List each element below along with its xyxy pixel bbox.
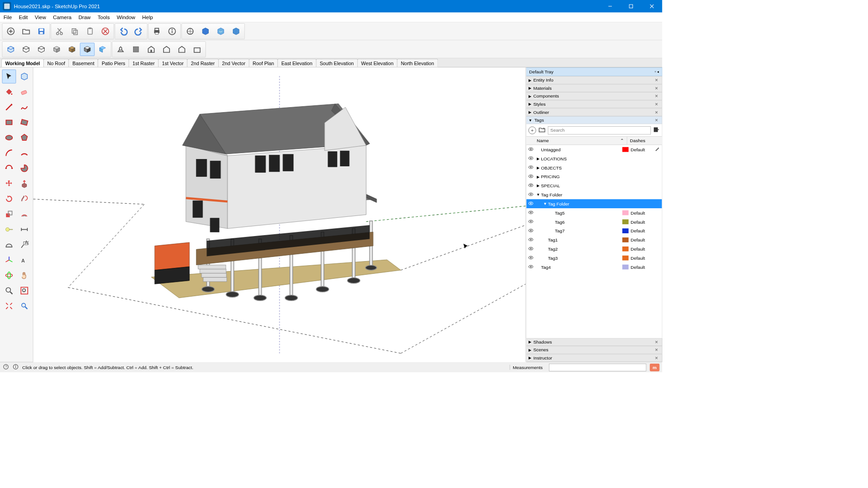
menu-view[interactable]: View bbox=[31, 12, 50, 22]
tags-panel-header[interactable]: ▼ Tags ✕ bbox=[526, 116, 662, 124]
close-panel-icon[interactable]: ✕ bbox=[653, 110, 660, 115]
copy-button[interactable] bbox=[67, 25, 82, 38]
expand-arrow[interactable]: ▼ bbox=[535, 202, 548, 206]
zoom-window-tool[interactable] bbox=[17, 284, 31, 298]
viewport-3d[interactable] bbox=[33, 67, 526, 362]
visibility-toggle[interactable] bbox=[526, 173, 535, 180]
tag-color-swatch[interactable] bbox=[622, 237, 629, 242]
tag-row[interactable]: ▶PRICING bbox=[526, 172, 662, 181]
scene-tab[interactable]: 1st Vector bbox=[158, 59, 187, 67]
style-shaded-button[interactable] bbox=[49, 42, 64, 56]
visibility-toggle[interactable] bbox=[526, 155, 535, 162]
style-hidden-button[interactable] bbox=[34, 42, 49, 56]
rotated-rect-tool[interactable] bbox=[17, 115, 31, 129]
info-icon[interactable] bbox=[12, 364, 19, 371]
axes-tool[interactable] bbox=[2, 253, 16, 267]
scene-tab[interactable]: 1st Raster bbox=[128, 59, 158, 67]
scene-tab[interactable]: Patio Piers bbox=[98, 59, 129, 67]
save-button[interactable] bbox=[34, 25, 49, 38]
tag-row[interactable]: UntaggedDefault bbox=[526, 145, 662, 154]
tag-row[interactable]: Tag1Default bbox=[526, 236, 662, 245]
tags-column-name[interactable]: Name ⌃ bbox=[526, 137, 627, 145]
3point-arc-tool[interactable] bbox=[2, 161, 16, 175]
redo-button[interactable] bbox=[131, 25, 146, 38]
paste-button[interactable] bbox=[83, 25, 98, 38]
tag-color-swatch[interactable] bbox=[622, 247, 629, 252]
tags-search-input[interactable] bbox=[548, 126, 651, 134]
visibility-toggle[interactable] bbox=[526, 255, 535, 261]
orbit-tool[interactable] bbox=[2, 268, 16, 283]
maximize-button[interactable] bbox=[621, 0, 642, 12]
tray-pin-icon[interactable]: ▫ ◂ bbox=[655, 70, 659, 74]
add-tag-button[interactable]: + bbox=[529, 126, 536, 134]
visibility-toggle[interactable] bbox=[526, 227, 535, 234]
visibility-toggle[interactable] bbox=[526, 264, 535, 270]
2point-arc-tool[interactable] bbox=[17, 146, 31, 160]
tape-tool[interactable] bbox=[2, 222, 16, 236]
visibility-toggle[interactable] bbox=[526, 246, 535, 252]
eraser-tool[interactable] bbox=[17, 85, 31, 99]
close-panel-icon[interactable]: ✕ bbox=[653, 118, 660, 123]
menu-window[interactable]: Window bbox=[113, 12, 139, 22]
undo-button[interactable] bbox=[116, 25, 131, 38]
print-button[interactable] bbox=[149, 25, 164, 38]
move-tool[interactable] bbox=[2, 177, 16, 191]
tags-menu-button[interactable] bbox=[653, 126, 660, 134]
line-tool[interactable] bbox=[2, 100, 16, 114]
style-wireframe-button[interactable] bbox=[19, 42, 33, 56]
tag-row[interactable]: ▼Tag Folder bbox=[526, 190, 662, 199]
tray-panel-scenes[interactable]: ▶Scenes✕ bbox=[526, 346, 662, 354]
arc-tool[interactable] bbox=[2, 146, 16, 160]
tag-row[interactable]: ▶OBJECTS bbox=[526, 163, 662, 172]
tray-panel-materials[interactable]: ▶Materials✕ bbox=[526, 84, 662, 92]
tag-row[interactable]: Tag3Default bbox=[526, 253, 662, 262]
rotate-tool[interactable] bbox=[2, 192, 16, 206]
pan-tool[interactable] bbox=[17, 268, 31, 283]
scene-tab[interactable]: No Roof bbox=[43, 59, 69, 67]
make-component-tool[interactable] bbox=[17, 70, 31, 84]
dimension-tool[interactable] bbox=[17, 222, 31, 236]
zoom-extents-tool[interactable] bbox=[2, 299, 16, 313]
scene-tab[interactable]: South Elevation bbox=[316, 59, 358, 67]
scene-tab[interactable]: East Elevation bbox=[277, 59, 316, 67]
tag-color-swatch[interactable] bbox=[622, 219, 629, 224]
close-button[interactable] bbox=[642, 0, 663, 12]
menu-draw[interactable]: Draw bbox=[75, 12, 94, 22]
tag-row[interactable]: ▼Tag Folder bbox=[526, 199, 662, 208]
style-xray-button[interactable] bbox=[4, 42, 18, 56]
tray-panel-outliner[interactable]: ▶Outliner✕ bbox=[526, 108, 662, 116]
followme-tool[interactable] bbox=[17, 192, 31, 206]
tag-row[interactable]: ▶SPECIAL bbox=[526, 181, 662, 190]
3d-warehouse-button[interactable] bbox=[198, 25, 213, 38]
tag-color-swatch[interactable] bbox=[622, 228, 629, 233]
previous-view-tool[interactable] bbox=[17, 299, 31, 313]
tag-row[interactable]: Tag2Default bbox=[526, 244, 662, 253]
visibility-toggle[interactable] bbox=[526, 210, 535, 216]
tag-color-swatch[interactable] bbox=[622, 147, 629, 152]
extension-warehouse-button[interactable] bbox=[213, 25, 228, 38]
expand-arrow[interactable]: ▶ bbox=[535, 175, 541, 179]
close-panel-icon[interactable]: ✕ bbox=[653, 94, 660, 99]
pie-tool[interactable] bbox=[17, 161, 31, 175]
text-tool[interactable]: A1 bbox=[17, 238, 31, 252]
close-panel-icon[interactable]: ✕ bbox=[653, 339, 660, 344]
close-panel-icon[interactable]: ✕ bbox=[653, 78, 660, 83]
style-colored-button[interactable] bbox=[95, 42, 110, 56]
view-right-button[interactable] bbox=[159, 42, 174, 56]
expand-arrow[interactable]: ▶ bbox=[535, 183, 541, 188]
tray-header[interactable]: Default Tray ▫ ◂ bbox=[526, 67, 662, 76]
tag-row[interactable]: Tag7Default bbox=[526, 226, 662, 236]
tag-color-swatch[interactable] bbox=[622, 265, 629, 270]
scene-tab[interactable]: 2nd Vector bbox=[218, 59, 249, 67]
tag-row[interactable]: Tag5Default bbox=[526, 208, 662, 217]
edit-icon[interactable] bbox=[655, 147, 662, 153]
visibility-toggle[interactable] bbox=[526, 200, 535, 207]
tray-panel-components[interactable]: ▶Components✕ bbox=[526, 92, 662, 100]
tag-row[interactable]: ▶LOCATIONS bbox=[526, 154, 662, 163]
open-file-button[interactable] bbox=[19, 25, 33, 38]
measurements-input[interactable] bbox=[549, 364, 647, 371]
scale-tool[interactable] bbox=[2, 207, 16, 221]
help-icon[interactable]: ? bbox=[3, 364, 9, 371]
tray-panel-instructor[interactable]: ▶Instructor✕ bbox=[526, 354, 662, 362]
tag-color-swatch[interactable] bbox=[622, 211, 629, 216]
